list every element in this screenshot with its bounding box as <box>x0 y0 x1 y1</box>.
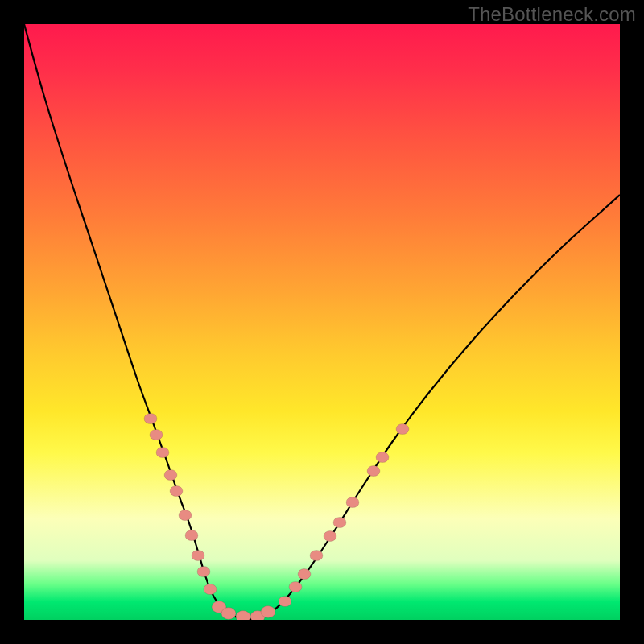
data-dot <box>185 530 198 540</box>
chart-frame: TheBottleneck.com <box>0 0 644 644</box>
data-dot <box>396 423 409 434</box>
data-dot <box>144 413 157 423</box>
data-dot <box>289 581 302 592</box>
plot-area <box>24 24 620 620</box>
data-dot <box>170 485 183 496</box>
data-dot <box>346 497 359 507</box>
data-dot <box>298 568 311 579</box>
data-dot <box>367 465 380 476</box>
data-dot <box>221 608 236 620</box>
data-dot <box>197 566 210 576</box>
data-dot <box>279 596 291 606</box>
data-dot <box>261 606 275 618</box>
data-dot <box>324 530 336 541</box>
data-dot <box>192 550 204 560</box>
watermark-text: TheBottleneck.com <box>468 3 636 26</box>
data-dot <box>376 452 389 462</box>
data-dot <box>310 550 323 560</box>
bottleneck-curve <box>24 24 620 619</box>
data-dots <box>144 413 409 620</box>
data-dot <box>333 517 346 527</box>
data-dot <box>204 584 217 594</box>
data-dot <box>179 510 192 520</box>
data-dot <box>156 447 169 457</box>
data-dot <box>150 429 163 440</box>
data-dot <box>164 469 177 480</box>
curve-svg <box>24 24 620 620</box>
data-dot <box>236 611 250 620</box>
